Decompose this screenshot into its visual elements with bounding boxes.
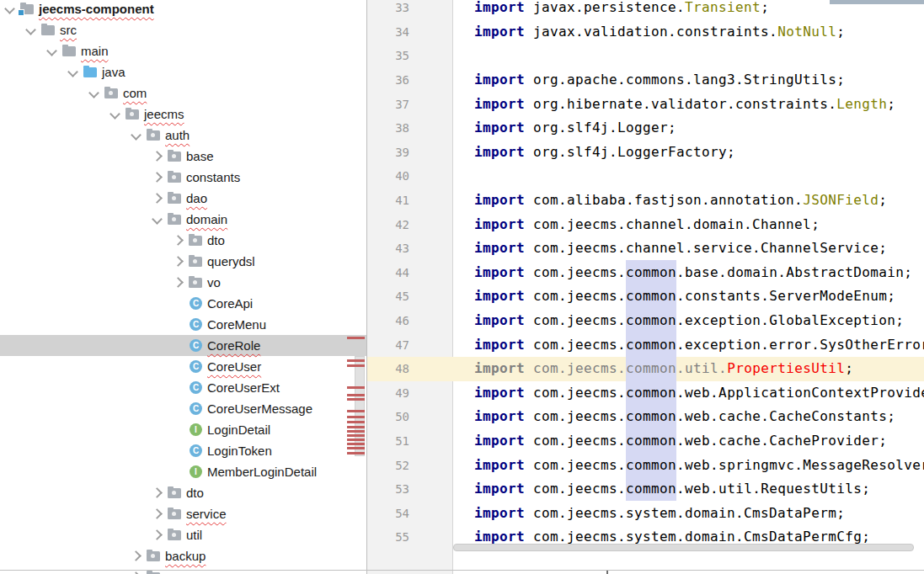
- code-line[interactable]: 34import javax.validation.constraints.No…: [367, 20, 924, 45]
- chevron-down-icon[interactable]: [23, 19, 40, 40]
- chevron-down-icon[interactable]: [2, 0, 19, 19]
- chevron-right-icon[interactable]: [149, 188, 167, 209]
- tree-item-CoreMenu[interactable]: CCoreMenu: [0, 314, 366, 335]
- chevron-down-icon[interactable]: [65, 61, 83, 82]
- folder-shape: [168, 215, 181, 225]
- package-folder-icon: [188, 251, 206, 272]
- code-line[interactable]: 51import com.jeecms.common.web.cache.Cac…: [367, 429, 924, 454]
- chevron-down-icon[interactable]: [149, 209, 167, 230]
- class-icon: C: [188, 440, 206, 461]
- code-token: NotNull: [777, 24, 836, 40]
- tree-item-jeecms-component[interactable]: jeecms-component: [0, 0, 366, 19]
- code-token: .base.domain.AbstractDomain;: [676, 264, 912, 280]
- tree-item-querydsl[interactable]: querydsl: [0, 251, 366, 272]
- chevron-down-icon[interactable]: [44, 40, 61, 61]
- code-token: org.apache.commons.lang3.StringUtils;: [525, 72, 845, 88]
- code-token: com.jeecms.: [525, 408, 626, 424]
- chevron-glyph: [152, 508, 163, 519]
- code-token: import: [474, 529, 525, 545]
- code-line[interactable]: 53import com.jeecms.common.web.util.Requ…: [367, 477, 924, 502]
- chevron-right-icon[interactable]: [149, 524, 167, 545]
- tree-item-util[interactable]: util: [0, 524, 366, 545]
- tree-item-dto[interactable]: dto: [0, 482, 366, 503]
- code-line[interactable]: 47import com.jeecms.common.exception.err…: [367, 333, 924, 358]
- code-line[interactable]: 37import org.hibernate.validator.constra…: [367, 93, 924, 117]
- tree-item-MemberLoginDetail[interactable]: IMemberLoginDetail: [0, 461, 366, 482]
- tree-item-CoreUser[interactable]: CCoreUser: [0, 356, 366, 377]
- chevron-right-icon[interactable]: [149, 167, 167, 188]
- tree-item-com[interactable]: com: [0, 82, 366, 104]
- line-number: 51: [367, 429, 409, 454]
- code-line[interactable]: 54import com.jeecms.system.domain.CmsDat…: [367, 502, 924, 526]
- code-line[interactable]: 45import com.jeecms.common.constants.Ser…: [367, 284, 924, 309]
- tree-item-label: CoreUserMessage: [207, 401, 312, 416]
- code-line[interactable]: 48import com.jeecms.common.util.Properti…: [367, 357, 924, 381]
- chevron-down-icon[interactable]: [128, 125, 146, 146]
- tree-item-CoreRole[interactable]: CCoreRole: [0, 335, 366, 356]
- tree-scrollbar-thumb[interactable]: [355, 356, 365, 456]
- code-line[interactable]: 38import org.slf4j.Logger;: [367, 116, 924, 141]
- tree-item-domain[interactable]: domain: [0, 209, 366, 230]
- code-line[interactable]: 46import com.jeecms.common.exception.Glo…: [367, 309, 924, 333]
- chevron-right-icon[interactable]: [170, 272, 188, 293]
- tree-item-dao[interactable]: dao: [0, 188, 366, 209]
- tree-item-CoreUserExt[interactable]: CCoreUserExt: [0, 377, 366, 398]
- tree-item-label: LoginDetail: [207, 423, 270, 437]
- code-line[interactable]: 52import com.jeecms.common.web.springmvc…: [367, 454, 924, 478]
- chevron-down-icon[interactable]: [107, 104, 125, 125]
- tree-item-main[interactable]: main: [0, 40, 366, 61]
- line-number: 41: [367, 189, 409, 213]
- code-line[interactable]: 41import com.alibaba.fastjson.annotation…: [367, 189, 924, 213]
- tree-item-LoginDetail[interactable]: ILoginDetail: [0, 419, 366, 440]
- chevron-right-icon[interactable]: [170, 230, 188, 251]
- tree-item-base[interactable]: base: [0, 146, 366, 167]
- code-line[interactable]: 36import org.apache.commons.lang3.String…: [367, 68, 924, 93]
- tree-item-backup[interactable]: backup: [0, 545, 366, 566]
- code-text: import com.jeecms.channel.service.Channe…: [474, 237, 887, 261]
- code-line[interactable]: 49import com.jeecms.common.web.Applicati…: [367, 381, 924, 406]
- code-line[interactable]: 43import com.jeecms.channel.service.Chan…: [367, 237, 924, 261]
- tree-item-service[interactable]: service: [0, 503, 366, 524]
- code-text: import com.jeecms.common.web.cache.Cache…: [474, 405, 895, 429]
- tree-item-dto[interactable]: dto: [0, 230, 366, 251]
- tree-item-CoreUserMessage[interactable]: CCoreUserMessage: [0, 398, 366, 419]
- tree-item-jeecms[interactable]: jeecms: [0, 104, 366, 125]
- code-token: .constants.ServerModeEnum;: [676, 288, 895, 304]
- code-line[interactable]: 39import org.slf4j.LoggerFactory;: [367, 141, 924, 165]
- chevron-right-icon[interactable]: [128, 545, 146, 566]
- tree-item-constants[interactable]: constants: [0, 167, 366, 188]
- code-token: common: [626, 284, 676, 308]
- chevron-down-icon[interactable]: [86, 82, 104, 104]
- code-token: javax.validation.constraints.: [525, 24, 777, 40]
- tree-item-auth[interactable]: auth: [0, 125, 366, 146]
- type-letter: C: [190, 297, 202, 310]
- package-folder-icon: [167, 524, 184, 545]
- tree-item-vo[interactable]: vo: [0, 272, 366, 293]
- chevron-right-icon[interactable]: [149, 146, 167, 167]
- code-line[interactable]: 50import com.jeecms.common.web.cache.Cac…: [367, 405, 924, 429]
- code-token: org.hibernate.validator.constraints.: [525, 96, 836, 112]
- code-token: import: [474, 312, 525, 328]
- tree-item-CoreApi[interactable]: CCoreApi: [0, 293, 366, 314]
- code-line[interactable]: 40: [367, 164, 924, 189]
- code-text: import com.jeecms.common.web.cache.Cache…: [474, 429, 887, 454]
- package-folder-icon: [167, 209, 184, 230]
- tree-item-src[interactable]: src: [0, 19, 366, 40]
- code-token: .util.: [676, 360, 727, 376]
- code-token: .web.cache.CacheProvider;: [676, 433, 887, 449]
- code-text: import com.jeecms.common.web.Application…: [474, 381, 924, 406]
- line-number: 50: [367, 405, 409, 429]
- code-line[interactable]: 42import com.jeecms.channel.domain.Chann…: [367, 213, 924, 237]
- error-stripe-mark: [347, 359, 365, 362]
- horizontal-scrollbar-thumb[interactable]: [453, 544, 914, 551]
- code-line[interactable]: 35: [367, 44, 924, 68]
- project-tree-panel: jeecms-componentsrcmainjavacomjeecmsauth…: [0, 0, 366, 574]
- chevron-right-icon[interactable]: [149, 503, 167, 524]
- folder-shape: [168, 530, 181, 540]
- code-line[interactable]: 44import com.jeecms.common.base.domain.A…: [367, 261, 924, 285]
- chevron-right-icon[interactable]: [170, 251, 188, 272]
- chevron-right-icon[interactable]: [149, 482, 167, 503]
- tree-item-label: CoreUserExt: [207, 380, 280, 395]
- tree-item-LoginToken[interactable]: CLoginToken: [0, 440, 366, 461]
- tree-item-java[interactable]: java: [0, 61, 366, 82]
